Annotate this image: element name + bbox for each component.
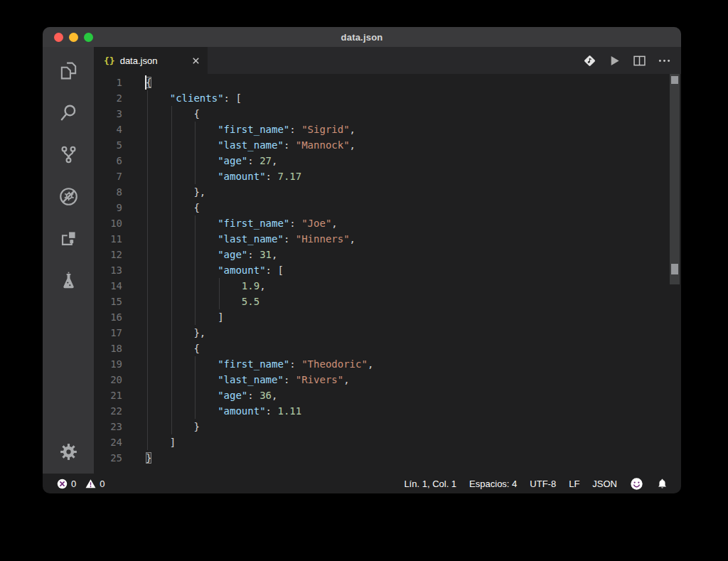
extensions-icon [58,228,79,249]
run-icon[interactable] [606,53,622,68]
code-line[interactable]: 6 "age": 27, [94,153,681,169]
line-number: 15 [94,294,146,309]
line-number: 24 [94,434,146,450]
code-text: 1.9, [146,278,266,294]
vscode-window: data.json [43,27,681,493]
line-number: 17 [94,325,146,341]
code-line[interactable]: 18 { [94,341,681,356]
code-line[interactable]: 1{ [94,75,681,90]
code-line[interactable]: 21 "age": 36, [94,388,681,403]
line-number: 20 [94,372,146,388]
close-window-button[interactable] [54,33,63,42]
line-number: 11 [94,231,146,247]
activity-bar [43,47,94,474]
minimize-window-button[interactable] [69,33,78,42]
code-line[interactable]: 19 "first_name": "Theodoric", [94,356,681,372]
error-icon [57,479,68,489]
code-line[interactable]: 5 "last_name": "Mannock", [94,137,681,153]
code-line[interactable]: 11 "last_name": "Hinners", [94,231,681,247]
code-line[interactable]: 20 "last_name": "Rivers", [94,372,681,388]
code-text: "amount": 1.11 [146,403,301,419]
line-number: 4 [94,122,146,137]
status-bar: 0 0 Lín. 1, Col. 1 Espacios: 4 UTF-8 LF [43,474,681,493]
notifications-bell-icon[interactable] [656,478,668,490]
line-number: 19 [94,356,146,372]
tab-label: data.json [120,55,158,66]
language-mode[interactable]: JSON [592,479,617,489]
scrollbar-thumb[interactable] [670,74,680,284]
sidebar-item-debug[interactable] [52,180,85,213]
indentation[interactable]: Espacios: 4 [469,479,517,489]
code-line[interactable]: 8 }, [94,184,681,200]
tab-data-json[interactable]: {} data.json [94,47,208,74]
feedback-smiley-icon[interactable] [630,477,643,491]
line-number: 7 [94,169,146,184]
code-line[interactable]: 10 "first_name": "Joe", [94,215,681,231]
code-text: "amount": 7.17 [146,169,301,184]
split-editor-icon[interactable] [631,53,647,68]
code-line[interactable]: 23 } [94,419,681,434]
line-number: 10 [94,215,146,231]
code-text: "first_name": "Sigrid", [146,122,355,137]
formatter-diamond-icon[interactable] [582,53,597,68]
line-number: 1 [94,75,146,90]
line-number: 21 [94,388,146,403]
encoding[interactable]: UTF-8 [530,479,556,489]
sidebar-item-testing[interactable] [52,264,85,296]
code-text: "first_name": "Theodoric", [146,356,373,372]
code-line[interactable]: 12 "age": 31, [94,247,681,262]
window-body: {} data.json [43,47,681,474]
desktop-background: data.json [0,0,728,561]
code-text: "age": 36, [146,388,277,403]
code-line[interactable]: 4 "first_name": "Sigrid", [94,122,681,137]
code-line[interactable]: 22 "amount": 1.11 [94,403,681,419]
text-cursor [145,75,146,90]
line-number: 25 [94,450,146,466]
scrollbar [670,74,680,474]
code-line[interactable]: 13 "amount": [ [94,262,681,278]
source-control-icon [58,144,79,165]
code-line[interactable]: 25} [94,450,681,466]
editor[interactable]: 1{2 "clients": [3 {4 "first_name": "Sigr… [94,74,681,474]
code-line[interactable]: 16 ] [94,309,681,325]
line-number: 23 [94,419,146,434]
code-line[interactable]: 15 5.5 [94,294,681,309]
code-line[interactable]: 14 1.9, [94,278,681,294]
sidebar-item-explorer[interactable] [52,54,85,87]
sidebar-item-source-control[interactable] [52,138,85,171]
manage-button[interactable] [52,435,85,468]
code-text: "age": 27, [146,153,277,169]
code-text: { [146,341,200,356]
code-text: } [146,450,151,466]
code-line[interactable]: 3 { [94,106,681,122]
problems-indicator[interactable]: 0 0 [57,479,105,489]
code-line[interactable]: 2 "clients": [ [94,90,681,106]
line-number: 16 [94,309,146,325]
line-number: 6 [94,153,146,169]
title-bar: data.json [43,27,681,47]
sidebar-item-search[interactable] [52,96,85,129]
line-number: 9 [94,200,146,215]
code-text: ] [146,309,224,325]
warning-count: 0 [100,479,105,489]
json-file-icon: {} [104,55,115,66]
code-text: { [146,106,200,122]
zoom-window-button[interactable] [84,33,93,42]
code-line[interactable]: 7 "amount": 7.17 [94,169,681,184]
code-line[interactable]: 17 }, [94,325,681,341]
sidebar-item-extensions[interactable] [52,222,85,255]
code-line[interactable]: 24 ] [94,434,681,450]
code-text: "last_name": "Hinners", [146,231,355,247]
more-actions-icon[interactable] [656,53,672,68]
line-number: 14 [94,278,146,294]
code-text: ] [146,434,176,450]
code-text: { [146,75,151,90]
code-text: "first_name": "Joe", [146,215,338,231]
editor-group: {} data.json [94,47,681,474]
close-tab-button[interactable] [191,56,200,65]
testing-flask-icon [58,270,79,291]
code-line[interactable]: 9 { [94,200,681,215]
error-count: 0 [71,479,76,489]
eol-sequence[interactable]: LF [569,479,579,489]
cursor-position[interactable]: Lín. 1, Col. 1 [404,479,456,489]
